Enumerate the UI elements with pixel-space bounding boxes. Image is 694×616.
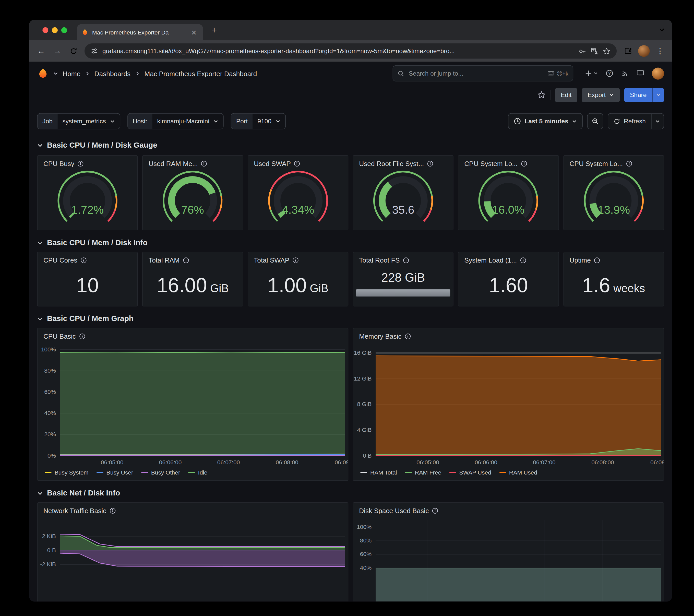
host-select[interactable]: kimnamju-Macmini <box>152 114 223 129</box>
panel-title: Memory Basic <box>359 332 401 340</box>
user-avatar[interactable] <box>652 68 664 79</box>
address-bar[interactable]: grafana.cmsong111.site/d/ox_uWqG7z/mac-p… <box>85 43 617 59</box>
info-icon[interactable] <box>520 160 527 167</box>
port-variable: Port 9100 <box>231 113 286 129</box>
search-input[interactable] <box>408 69 544 77</box>
org-switcher-caret-icon[interactable] <box>53 71 58 76</box>
password-key-icon[interactable] <box>579 47 586 55</box>
share-button[interactable]: Share <box>624 88 652 102</box>
chart-legend: Busy System Busy User Busy Other Idle <box>38 468 348 481</box>
host-label: Host: <box>128 114 152 129</box>
info-icon[interactable] <box>626 160 633 167</box>
info-icon[interactable] <box>405 333 411 340</box>
window-zoom-button[interactable] <box>61 27 67 33</box>
port-select[interactable]: 9100 <box>253 114 285 129</box>
grafana-logo[interactable] <box>37 68 49 79</box>
chevron-down-icon <box>37 490 43 496</box>
tab-search-button[interactable] <box>659 27 665 33</box>
host-variable: Host: kimnamju-Macmini <box>127 113 224 129</box>
info-icon[interactable] <box>403 257 409 263</box>
info-icon[interactable] <box>294 160 300 167</box>
section-header-info[interactable]: Basic CPU / Mem / Disk Info <box>37 238 664 247</box>
info-icon[interactable] <box>427 160 434 167</box>
panel-title: Total RAM <box>149 256 180 264</box>
forward-button[interactable]: → <box>50 43 65 59</box>
section-header-net-disk[interactable]: Basic Net / Disk Info <box>37 489 664 498</box>
job-select[interactable]: system_metrics <box>57 114 120 129</box>
tab-strip: Mac Prometheus Exporter Da ✕ + <box>29 20 672 40</box>
section-header-gauge[interactable]: Basic CPU / Mem / Disk Gauge <box>37 141 664 150</box>
refresh-button[interactable]: Refresh <box>608 114 651 129</box>
share-dropdown-button[interactable] <box>652 88 664 102</box>
panel-title: CPU System Lo... <box>570 160 623 167</box>
window-controls <box>42 27 67 33</box>
legend-item[interactable]: SWAP Used <box>450 469 491 476</box>
stat-value: 10 <box>76 274 99 297</box>
breadcrumb-home[interactable]: Home <box>62 70 80 77</box>
svg-text:40%: 40% <box>360 564 372 571</box>
favorite-star-icon[interactable] <box>537 91 546 99</box>
legend-item[interactable]: Busy System <box>45 469 88 476</box>
window-minimize-button[interactable] <box>52 27 58 33</box>
info-icon[interactable] <box>594 257 600 263</box>
info-icon[interactable] <box>79 333 85 340</box>
panel-title: Network Traffic Basic <box>43 507 106 514</box>
refresh-interval-dropdown[interactable] <box>651 114 664 129</box>
share-split-button: Share <box>624 88 664 102</box>
export-button[interactable]: Export <box>582 88 620 102</box>
legend-item[interactable]: RAM Free <box>405 469 441 476</box>
legend-item[interactable]: Busy Other <box>141 469 180 476</box>
site-info-icon[interactable] <box>91 48 98 55</box>
window-close-button[interactable] <box>42 27 48 33</box>
chart-legend: RAM Total RAM Free SWAP Used RAM Used <box>353 468 664 481</box>
time-series-chart: 100%80%60%40% <box>353 515 664 601</box>
panel-title: CPU Busy <box>43 160 74 167</box>
svg-text:06:08:00: 06:08:00 <box>276 459 298 466</box>
url-text: grafana.cmsong111.site/d/ox_uWqG7z/mac-p… <box>103 48 574 55</box>
grafana-top-nav: Home Dashboards Mac Prometheus Exporter … <box>29 62 672 85</box>
edit-button[interactable]: Edit <box>555 88 577 102</box>
browser-profile-avatar[interactable] <box>638 45 650 57</box>
browser-menu-icon[interactable]: ⋮ <box>652 43 668 59</box>
grafana-app: Home Dashboards Mac Prometheus Exporter … <box>29 62 672 602</box>
legend-item[interactable]: Idle <box>188 469 207 476</box>
job-label: Job <box>38 114 57 129</box>
section-header-graph[interactable]: Basic CPU / Mem Graph <box>37 314 664 323</box>
svg-text:2 KiB: 2 KiB <box>42 533 56 539</box>
svg-text:-2 KiB: -2 KiB <box>40 561 56 567</box>
new-tab-button[interactable]: + <box>207 23 221 37</box>
search-box[interactable]: ⌘+k <box>393 66 573 81</box>
info-icon[interactable] <box>77 160 84 167</box>
bookmark-star-icon[interactable] <box>603 47 610 55</box>
time-series-chart: 2 KiB0 B-2 KiB <box>38 515 348 601</box>
legend-item[interactable]: RAM Used <box>499 469 537 476</box>
zoom-out-button[interactable] <box>587 113 603 129</box>
info-icon[interactable] <box>520 257 527 263</box>
reload-button[interactable] <box>66 43 81 59</box>
info-icon[interactable] <box>201 160 207 167</box>
browser-tab[interactable]: Mac Prometheus Exporter Da ✕ <box>77 24 203 40</box>
news-rss-icon[interactable] <box>621 70 629 77</box>
tab-title: Mac Prometheus Exporter Da <box>92 29 186 36</box>
svg-text:0 B: 0 B <box>363 452 371 459</box>
help-icon[interactable]: ? <box>605 69 614 77</box>
time-range-picker[interactable]: Last 5 minutes <box>508 113 583 129</box>
panel-total-ram: Total RAM 16.00GiB <box>142 252 243 306</box>
panel-title: Used RAM Me... <box>149 160 198 167</box>
tab-close-icon[interactable]: ✕ <box>189 28 199 36</box>
back-button[interactable]: ← <box>34 43 49 59</box>
kiosk-monitor-icon[interactable] <box>636 69 644 77</box>
new-menu-icon[interactable] <box>585 70 598 77</box>
info-icon[interactable] <box>183 257 189 263</box>
breadcrumb-dashboards[interactable]: Dashboards <box>94 70 131 77</box>
extensions-icon[interactable] <box>620 43 636 59</box>
legend-item[interactable]: Busy User <box>96 469 133 476</box>
svg-text:76%: 76% <box>181 203 204 216</box>
legend-item[interactable]: RAM Total <box>361 469 397 476</box>
info-icon[interactable] <box>293 257 299 263</box>
info-icon[interactable] <box>80 257 87 263</box>
info-icon[interactable] <box>432 507 438 514</box>
info-icon[interactable] <box>109 507 116 514</box>
gauge-chart: 16.0% <box>459 168 559 230</box>
translate-icon[interactable] <box>590 47 598 55</box>
